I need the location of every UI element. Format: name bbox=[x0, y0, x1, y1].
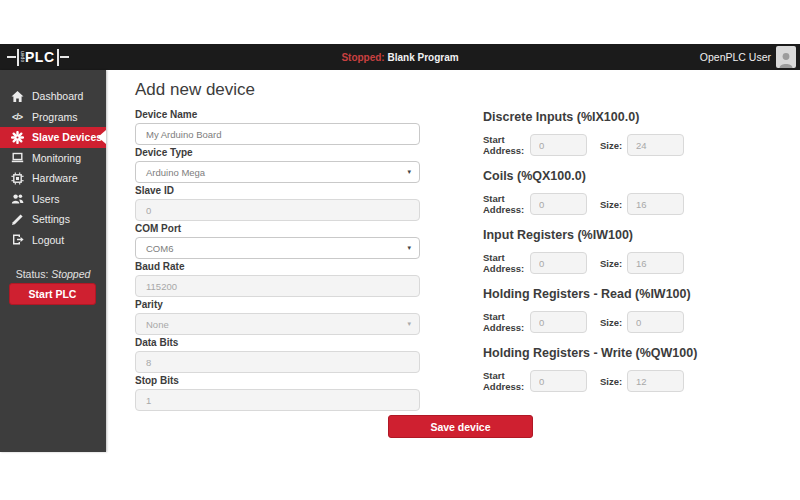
holding-read-size-input bbox=[627, 311, 684, 333]
coils-start-input bbox=[530, 193, 587, 215]
sidebar-item-label: Logout bbox=[32, 234, 64, 246]
holding-read-start-input bbox=[530, 311, 587, 333]
start-address-label: Start Address: bbox=[483, 134, 530, 156]
sidebar-item-label: Dashboard bbox=[32, 90, 83, 102]
top-bar: open PLC Stopped: Blank Program OpenPLC … bbox=[0, 44, 800, 70]
status-label: Status: bbox=[16, 268, 49, 280]
register-section-coils: Coils (%QX100.0) Start Address: Size: bbox=[483, 169, 713, 215]
register-section-input-registers: Input Registers (%IW100) Start Address: … bbox=[483, 228, 713, 274]
discrete-inputs-start-input bbox=[530, 134, 587, 156]
sidebar-item-settings[interactable]: Settings bbox=[0, 209, 106, 230]
save-device-button[interactable]: Save device bbox=[388, 415, 533, 438]
openplc-window: open PLC Stopped: Blank Program OpenPLC … bbox=[0, 0, 800, 500]
sidebar-item-label: Users bbox=[32, 193, 59, 205]
start-address-label: Start Address: bbox=[483, 252, 530, 274]
coils-size-input bbox=[627, 193, 684, 215]
device-type-label: Device Type bbox=[135, 147, 420, 158]
input-registers-start-input bbox=[530, 252, 587, 274]
size-label: Size: bbox=[600, 317, 627, 328]
data-bits-label: Data Bits bbox=[135, 337, 420, 348]
start-address-label: Start Address: bbox=[483, 370, 530, 392]
device-form: Device Name Device Type Arduino Mega ▾ S… bbox=[135, 109, 420, 413]
stop-bits-label: Stop Bits bbox=[135, 375, 420, 386]
sidebar-menu: Dashboard </> Programs bbox=[0, 70, 106, 250]
register-section-title: Holding Registers - Read (%IW100) bbox=[483, 287, 713, 301]
device-name-label: Device Name bbox=[135, 109, 420, 120]
com-port-value: COM6 bbox=[146, 243, 173, 254]
register-section-holding-read: Holding Registers - Read (%IW100) Start … bbox=[483, 287, 713, 333]
slave-id-input bbox=[135, 199, 420, 221]
sidebar: Dashboard </> Programs bbox=[0, 70, 106, 452]
baud-rate-label: Baud Rate bbox=[135, 261, 420, 272]
register-section-title: Discrete Inputs (%IX100.0) bbox=[483, 110, 713, 124]
code-icon: </> bbox=[10, 110, 24, 124]
discrete-inputs-size-input bbox=[627, 134, 684, 156]
users-icon bbox=[10, 192, 24, 206]
device-name-input[interactable] bbox=[135, 123, 420, 145]
sidebar-item-label: Slave Devices bbox=[32, 131, 102, 143]
username-label: OpenPLC User bbox=[700, 51, 771, 63]
parity-value: None bbox=[146, 319, 169, 330]
logout-icon bbox=[10, 233, 24, 247]
register-section-title: Holding Registers - Write (%QW100) bbox=[483, 346, 713, 360]
slave-id-label: Slave ID bbox=[135, 185, 420, 196]
holding-write-size-input bbox=[627, 370, 684, 392]
input-registers-size-input bbox=[627, 252, 684, 274]
sidebar-item-hardware[interactable]: Hardware bbox=[0, 168, 106, 189]
chip-icon bbox=[10, 171, 24, 185]
device-type-select[interactable]: Arduino Mega ▾ bbox=[135, 161, 420, 183]
size-label: Size: bbox=[600, 199, 627, 210]
chevron-down-icon: ▾ bbox=[407, 168, 411, 176]
size-label: Size: bbox=[600, 258, 627, 269]
pencil-icon bbox=[10, 212, 24, 226]
plc-status-banner: Stopped: Blank Program bbox=[0, 52, 800, 63]
chevron-down-icon: ▾ bbox=[407, 244, 411, 252]
sidebar-item-users[interactable]: Users bbox=[0, 189, 106, 210]
start-plc-button[interactable]: Start PLC bbox=[9, 283, 96, 305]
start-address-label: Start Address: bbox=[483, 193, 530, 215]
data-bits-input bbox=[135, 351, 420, 373]
parity-label: Parity bbox=[135, 299, 420, 310]
chevron-down-icon: ▾ bbox=[407, 320, 411, 328]
sidebar-item-programs[interactable]: </> Programs bbox=[0, 107, 106, 128]
holding-write-start-input bbox=[530, 370, 587, 392]
device-type-value: Arduino Mega bbox=[146, 167, 205, 178]
asterisk-gear-icon bbox=[10, 130, 24, 144]
com-port-select[interactable]: COM6 ▾ bbox=[135, 237, 420, 259]
com-port-label: COM Port bbox=[135, 223, 420, 234]
home-icon bbox=[10, 89, 24, 103]
start-address-label: Start Address: bbox=[483, 311, 530, 333]
parity-select: None ▾ bbox=[135, 313, 420, 335]
laptop-icon bbox=[10, 151, 24, 165]
size-label: Size: bbox=[600, 376, 627, 387]
sidebar-item-dashboard[interactable]: Dashboard bbox=[0, 86, 106, 107]
sidebar-item-logout[interactable]: Logout bbox=[0, 230, 106, 251]
page-title: Add new device bbox=[135, 80, 255, 100]
sidebar-item-label: Settings bbox=[32, 213, 70, 225]
sidebar-item-monitoring[interactable]: Monitoring bbox=[0, 148, 106, 169]
active-item-arrow bbox=[98, 130, 106, 144]
register-section-discrete-inputs: Discrete Inputs (%IX100.0) Start Address… bbox=[483, 110, 713, 156]
register-section-title: Input Registers (%IW100) bbox=[483, 228, 713, 242]
sidebar-item-slave-devices[interactable]: Slave Devices bbox=[0, 127, 106, 148]
topbar-user-area: OpenPLC User bbox=[700, 44, 796, 70]
baud-rate-input bbox=[135, 275, 420, 297]
sidebar-item-label: Programs bbox=[32, 111, 78, 123]
register-section-title: Coils (%QX100.0) bbox=[483, 169, 713, 183]
register-section-holding-write: Holding Registers - Write (%QW100) Start… bbox=[483, 346, 713, 392]
plc-status-state: Stopped: bbox=[341, 52, 384, 63]
size-label: Size: bbox=[600, 140, 627, 151]
plc-run-status: Status: Stopped bbox=[0, 268, 106, 280]
stop-bits-input bbox=[135, 389, 420, 411]
user-avatar-icon[interactable] bbox=[776, 46, 796, 68]
register-config: Discrete Inputs (%IX100.0) Start Address… bbox=[483, 110, 713, 405]
sidebar-item-label: Monitoring bbox=[32, 152, 81, 164]
status-value: Stopped bbox=[51, 268, 90, 280]
sidebar-item-label: Hardware bbox=[32, 172, 78, 184]
plc-status-program: Blank Program bbox=[387, 52, 458, 63]
